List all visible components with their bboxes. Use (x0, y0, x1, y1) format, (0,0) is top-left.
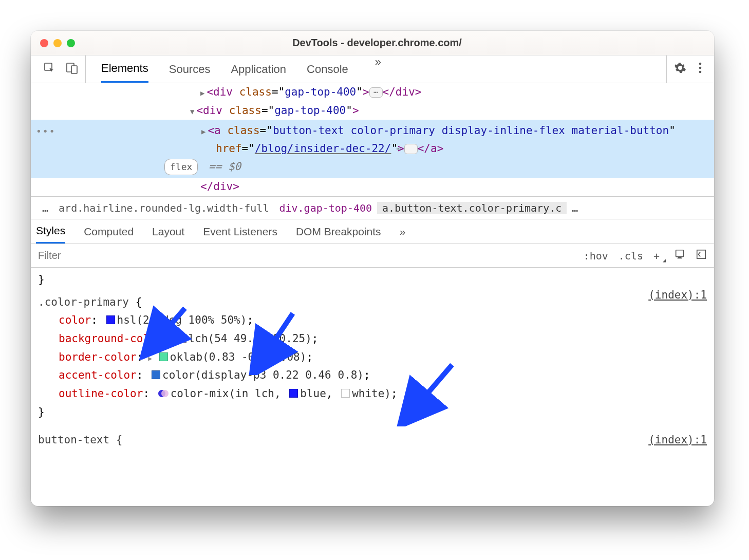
dollar-zero: == $0 (209, 160, 241, 173)
cls-toggle[interactable]: .cls (619, 250, 643, 262)
css-property[interactable]: border-color: ▶ oklab(0.83 -0.2 0.08); (38, 348, 707, 367)
color-swatch[interactable] (159, 352, 168, 361)
color-swatch[interactable] (178, 334, 186, 343)
tab-layout[interactable]: Layout (152, 219, 184, 244)
tab-styles[interactable]: Styles (36, 219, 65, 244)
tab-dom-breakpoints[interactable]: DOM Breakpoints (296, 219, 381, 244)
css-property[interactable]: outline-color: color-mix(in lch, blue, w… (38, 385, 707, 403)
tab-console[interactable]: Console (307, 55, 348, 83)
svg-point-4 (699, 66, 702, 69)
breadcrumb[interactable]: … ard.hairline.rounded-lg.width-full div… (31, 197, 714, 219)
flex-badge[interactable]: flex (164, 159, 198, 176)
breadcrumb-overflow-left[interactable]: … (37, 202, 53, 214)
hover-toggle[interactable]: :hov (584, 250, 608, 262)
expand-icon[interactable]: ▶ (144, 354, 156, 362)
breadcrumb-item-selected[interactable]: a.button-text.color-primary.c (377, 202, 567, 214)
tab-application[interactable]: Application (231, 55, 286, 83)
rule-close-brace: } (38, 271, 707, 289)
window-title: DevTools - developer.chrome.com/ (75, 37, 705, 49)
maximize-button[interactable] (67, 39, 75, 47)
print-media-icon[interactable] (674, 249, 685, 263)
svg-point-5 (699, 70, 702, 73)
styles-subtabs: Styles Computed Layout Event Listeners D… (31, 219, 714, 244)
minimize-button[interactable] (53, 39, 62, 47)
device-toggle-icon[interactable] (66, 62, 78, 77)
css-selector[interactable]: .color-primary (38, 296, 129, 308)
devtools-window: DevTools - developer.chrome.com/ Element… (31, 31, 714, 506)
tabs-overflow-icon[interactable]: » (369, 55, 387, 83)
inspect-icon[interactable] (43, 62, 55, 77)
dom-node[interactable]: ▼<div class="gap-top-400"> (31, 102, 714, 120)
source-link[interactable]: (index):1 (648, 286, 707, 305)
svg-rect-6 (676, 250, 684, 257)
kebab-menu-icon[interactable] (699, 62, 702, 77)
rule-close-brace: } (38, 403, 707, 422)
breadcrumb-item[interactable]: div.gap-top-400 (274, 202, 377, 214)
tab-sources[interactable]: Sources (169, 55, 211, 83)
color-swatch[interactable] (106, 315, 115, 324)
styles-panel[interactable]: } .color-primary { (index):1 color: hsl(… (31, 268, 714, 452)
new-rule-button[interactable]: +◢ (653, 250, 664, 262)
color-swatch[interactable] (341, 389, 350, 398)
tab-event-listeners[interactable]: Event Listeners (203, 219, 277, 244)
svg-rect-2 (71, 66, 77, 73)
color-swatch[interactable] (152, 370, 160, 379)
dom-node[interactable]: ▶<div class="gap-top-400">⋯</div> (31, 83, 714, 102)
close-button[interactable] (40, 39, 48, 47)
filter-input[interactable] (38, 250, 584, 262)
filter-bar: :hov .cls +◢ (31, 244, 714, 268)
css-selector[interactable]: button-text { (38, 434, 122, 446)
tab-computed[interactable]: Computed (84, 219, 134, 244)
css-property[interactable]: color: hsl(240deg 100% 50%); (38, 311, 707, 330)
dom-node-selected[interactable]: ••• ▶<a class="button-text color-primary… (31, 120, 714, 178)
css-property[interactable]: accent-color: color(display-p3 0.22 0.46… (38, 366, 707, 385)
color-mix-swatch[interactable] (158, 387, 169, 398)
main-toolbar: Elements Sources Application Console » (31, 55, 714, 83)
subtabs-overflow-icon[interactable]: » (400, 219, 406, 244)
dom-node[interactable]: </div> (31, 178, 714, 196)
tab-elements[interactable]: Elements (101, 55, 148, 83)
settings-icon[interactable] (674, 62, 686, 77)
svg-point-9 (161, 390, 168, 397)
breadcrumb-overflow-right[interactable]: … (567, 202, 583, 214)
ellipsis-icon[interactable]: ••• (36, 124, 56, 140)
svg-point-3 (699, 62, 702, 65)
breadcrumb-item[interactable]: ard.hairline.rounded-lg.width-full (53, 202, 274, 214)
source-link[interactable]: (index):1 (648, 431, 707, 450)
titlebar: DevTools - developer.chrome.com/ (31, 31, 714, 55)
css-property[interactable]: background-color: lch(54 49.1 290.25); (38, 330, 707, 348)
dom-tree[interactable]: ▶<div class="gap-top-400">⋯</div> ▼<div … (31, 83, 714, 197)
computed-toggle-icon[interactable] (696, 249, 707, 263)
color-swatch[interactable] (289, 389, 298, 398)
traffic-lights (40, 39, 75, 47)
